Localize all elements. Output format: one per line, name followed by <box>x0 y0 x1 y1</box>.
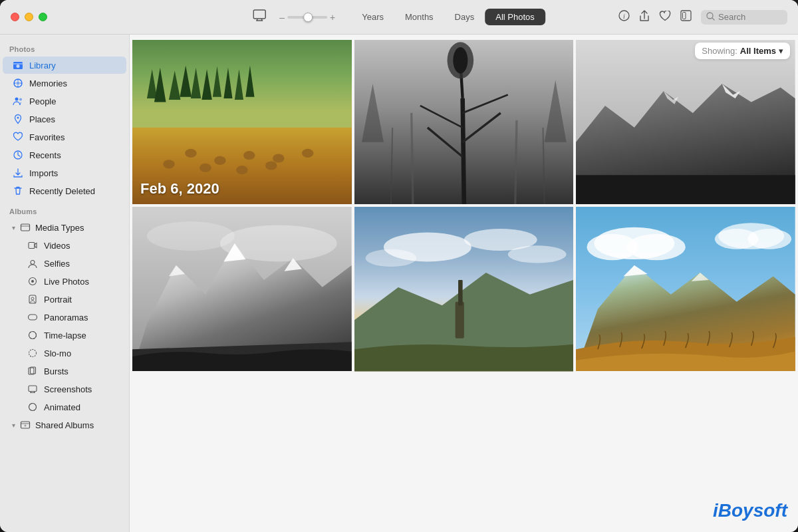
slider-track[interactable] <box>287 16 327 19</box>
media-types-group: ▾ Media Types <box>0 219 129 416</box>
photo-cell-3[interactable] <box>576 40 795 204</box>
app-window: – + Years Months Days All Photos i <box>0 0 798 532</box>
slider-plus: + <box>330 12 335 23</box>
sidebar-item-people-label: People <box>29 96 56 106</box>
sidebar-item-imports-label: Imports <box>29 168 58 178</box>
photo-cell-5[interactable] <box>354 207 574 371</box>
memories-icon <box>12 77 24 89</box>
svg-point-48 <box>273 154 285 162</box>
recents-icon <box>12 149 24 161</box>
tab-years[interactable]: Years <box>351 9 394 25</box>
sidebar-item-panoramas-label: Panoramas <box>44 313 88 323</box>
places-icon <box>12 113 24 125</box>
photos-section-header: Photos <box>0 40 129 56</box>
showing-badge[interactable]: Showing: All Items ▾ <box>695 43 790 59</box>
sidebar-item-slo-mo-label: Slo-mo <box>44 348 71 358</box>
svg-point-53 <box>265 161 277 170</box>
sidebar-item-panoramas[interactable]: Panoramas <box>3 309 126 326</box>
close-button[interactable] <box>11 13 19 21</box>
share-icon[interactable] <box>639 10 650 25</box>
svg-text:i: i <box>623 13 625 20</box>
sidebar-item-memories[interactable]: Memories <box>3 74 126 92</box>
zoom-slider[interactable]: – + <box>279 12 335 23</box>
sidebar-item-recently-deleted[interactable]: Recently Deleted <box>3 182 126 200</box>
tab-months[interactable]: Months <box>394 9 444 25</box>
svg-point-24 <box>31 261 35 265</box>
sidebar-item-portrait[interactable]: Portrait <box>3 291 126 308</box>
time-lapse-icon <box>27 329 39 341</box>
sidebar-item-imports[interactable]: Imports <box>3 164 126 182</box>
sidebar-item-recents-label: Recents <box>29 150 61 160</box>
svg-rect-29 <box>29 315 37 320</box>
sidebar-item-live-photos[interactable]: Live Photos <box>3 273 126 290</box>
info-icon[interactable]: i <box>618 10 630 24</box>
maximize-button[interactable] <box>39 13 47 21</box>
svg-rect-77 <box>455 302 464 338</box>
heart-icon[interactable] <box>659 11 671 24</box>
svg-point-28 <box>31 297 34 300</box>
tab-all-photos[interactable]: All Photos <box>485 9 545 25</box>
favorites-icon <box>12 131 24 143</box>
svg-point-46 <box>214 156 226 165</box>
photo-area: Showing: All Items ▾ <box>130 35 798 532</box>
svg-point-52 <box>236 166 248 174</box>
shared-albums-label: Shared Albums <box>35 420 94 430</box>
shared-albums-header[interactable]: ▾ Shared Albums <box>3 416 126 434</box>
svg-point-49 <box>302 149 314 158</box>
search-icon <box>706 12 715 23</box>
slo-mo-icon <box>27 347 39 359</box>
portrait-icon <box>27 293 39 305</box>
titlebar-right: i <box>618 10 787 25</box>
svg-rect-27 <box>29 295 36 303</box>
photo-cell-1[interactable]: Feb 6, 2020 <box>132 40 352 204</box>
svg-rect-43 <box>132 40 352 128</box>
svg-point-32 <box>29 350 37 357</box>
media-types-header[interactable]: ▾ Media Types <box>3 219 126 236</box>
sidebar-item-slo-mo[interactable]: Slo-mo <box>3 344 126 362</box>
sidebar-item-bursts[interactable]: Bursts <box>3 362 126 380</box>
shared-albums-icon <box>19 419 31 431</box>
svg-line-9 <box>712 18 714 20</box>
photo-cell-6[interactable] <box>576 207 795 371</box>
sidebar-item-screenshots-label: Screenshots <box>44 384 92 394</box>
photo-date-overlay: Feb 6, 2020 <box>140 180 219 198</box>
titlebar: – + Years Months Days All Photos i <box>0 0 798 35</box>
animated-icon <box>27 401 39 413</box>
svg-point-71 <box>147 221 235 251</box>
panoramas-icon <box>27 311 39 323</box>
sidebar-item-time-lapse-label: Time-lapse <box>44 331 86 340</box>
sidebar-item-library[interactable]: Library <box>3 57 126 74</box>
screenshots-icon <box>27 383 39 395</box>
sidebar-item-favorites[interactable]: Favorites <box>3 128 126 146</box>
sidebar-item-memories-label: Memories <box>29 78 67 88</box>
titlebar-center: – + Years Months Days All Photos <box>253 9 545 25</box>
minimize-button[interactable] <box>25 13 33 21</box>
search-input[interactable] <box>718 12 782 22</box>
slider-thumb <box>303 13 313 22</box>
search-box[interactable] <box>701 10 787 25</box>
sidebar-item-live-photos-label: Live Photos <box>44 277 89 287</box>
svg-point-18 <box>15 98 19 101</box>
photo-cell-4[interactable] <box>132 207 352 371</box>
sidebar-item-people[interactable]: People <box>3 92 126 110</box>
svg-point-20 <box>17 117 19 119</box>
sidebar-item-screenshots[interactable]: Screenshots <box>3 380 126 398</box>
sidebar-item-animated[interactable]: Animated <box>3 398 126 416</box>
window-icon[interactable] <box>680 10 692 24</box>
photo-5-image <box>354 207 574 371</box>
sidebar-item-selfies[interactable]: Selfies <box>3 255 126 272</box>
sidebar-item-places[interactable]: Places <box>3 110 126 128</box>
photo-6-image <box>576 207 795 371</box>
sidebar-item-recents[interactable]: Recents <box>3 146 126 164</box>
photo-cell-2[interactable] <box>354 40 574 204</box>
svg-rect-35 <box>29 386 37 392</box>
sidebar-item-videos[interactable]: Videos <box>3 237 126 254</box>
svg-point-70 <box>220 225 337 262</box>
svg-point-11 <box>17 65 20 68</box>
tab-days[interactable]: Days <box>444 9 485 25</box>
svg-line-63 <box>411 113 412 204</box>
sidebar-item-portrait-label: Portrait <box>44 295 72 305</box>
chevron-right-icon: ▾ <box>12 422 15 429</box>
photo-4-image <box>132 207 352 371</box>
sidebar-item-time-lapse[interactable]: Time-lapse <box>3 327 126 344</box>
